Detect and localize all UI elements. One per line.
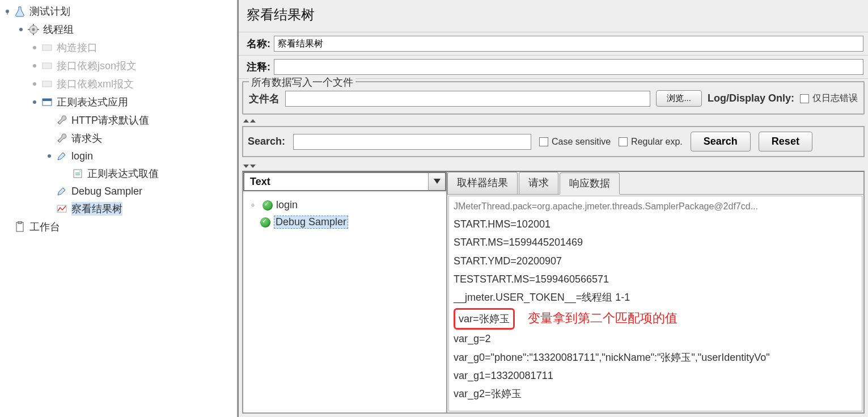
name-label: 名称:	[243, 37, 274, 50]
tree-label[interactable]: 正则表达式取值	[87, 167, 159, 180]
tree-headers[interactable]: 请求头	[0, 129, 237, 148]
success-icon	[260, 217, 270, 228]
svg-point-4	[32, 28, 35, 31]
svg-point-15	[33, 100, 36, 104]
svg-rect-24	[18, 221, 22, 224]
logdisplay-label: Log/Display Only:	[708, 92, 794, 104]
sample-item-debug[interactable]: Debug Sampler	[247, 213, 443, 231]
controller-icon	[41, 96, 53, 108]
tree-workbench[interactable]: 工作台	[0, 218, 237, 236]
combo-text: Text	[244, 176, 428, 188]
expand-handle-icon[interactable]	[2, 6, 12, 16]
tree-dep-xml[interactable]: 接口依赖xml报文	[0, 75, 237, 93]
sampler-disabled-icon	[41, 78, 53, 90]
tree-label[interactable]: Debug Sampler	[71, 186, 142, 197]
tree-dep-json[interactable]: 接口依赖json报文	[0, 57, 237, 75]
tree-label[interactable]: 构造接口	[57, 41, 98, 54]
expand-handle-icon[interactable]	[29, 97, 40, 107]
svg-marker-25	[434, 179, 441, 184]
checkbox-label: Regular exp.	[631, 137, 683, 147]
tree-label[interactable]: login	[71, 150, 93, 162]
chart-icon	[56, 203, 68, 215]
sample-item-login[interactable]: ◦ login	[247, 197, 443, 213]
annotation-text: 变量拿到第二个匹配项的值	[528, 311, 678, 325]
response-body[interactable]: JMeterThread.pack=org.apache.jmeter.thre…	[448, 196, 862, 411]
sample-label: Debug Sampler	[274, 216, 348, 229]
browse-button[interactable]: 浏览...	[656, 90, 702, 107]
sampler-disabled-icon	[41, 41, 53, 54]
filename-input[interactable]	[285, 91, 650, 107]
chevron-down-icon[interactable]	[428, 173, 445, 190]
expand-handle-icon[interactable]	[16, 24, 26, 35]
regular-exp-checkbox[interactable]: Regular exp.	[619, 137, 683, 147]
tree-label[interactable]: 接口依赖xml报文	[57, 77, 134, 91]
renderer-combo[interactable]: Text	[243, 172, 446, 191]
response-line: START.YMD=20200907	[454, 252, 857, 270]
tree-label[interactable]: 线程组	[43, 23, 74, 36]
expand-handle-icon[interactable]: ◦	[248, 200, 258, 210]
file-fieldset: 所有数据写入一个文件 文件名 浏览... Log/Display Only: 仅…	[242, 81, 865, 115]
expand-handle-icon[interactable]	[44, 151, 54, 161]
response-line: var_g0="phone":"13320081711","nickName":…	[454, 348, 857, 367]
flask-icon	[14, 5, 26, 18]
tree-label[interactable]: 测试计划	[29, 5, 70, 18]
results-tree-panel: Text ◦ login Debug Sampler	[243, 172, 447, 412]
tab-sampler-result[interactable]: 取样器结果	[447, 172, 518, 194]
clipboard-icon	[14, 221, 26, 233]
comment-label: 注释:	[243, 60, 274, 74]
collapse-handle-icon[interactable]	[29, 61, 40, 71]
tree-view-results[interactable]: 察看结果树	[0, 200, 237, 218]
sample-label: login	[276, 199, 298, 211]
tree-panel: 测试计划 线程组	[0, 0, 238, 417]
expand-up-icon[interactable]	[239, 118, 868, 124]
name-row: 名称:	[239, 32, 868, 56]
comment-input[interactable]	[274, 59, 863, 75]
gear-icon	[27, 23, 40, 36]
sampler-disabled-icon	[41, 60, 53, 72]
tree-label[interactable]: 请求头	[71, 132, 102, 145]
response-line: TESTSTART.MS=1599460566571	[454, 270, 857, 288]
tree-http-defaults[interactable]: HTTP请求默认值	[0, 111, 237, 129]
collapse-handle-icon[interactable]	[29, 79, 40, 89]
svg-point-2	[19, 28, 23, 31]
results-split: Text ◦ login Debug Sampler	[242, 171, 865, 414]
tab-response[interactable]: 响应数据	[560, 172, 620, 195]
tree-label[interactable]: 工作台	[29, 220, 60, 234]
response-line: __jmeter.USER_TOKEN__=线程组 1-1	[454, 288, 857, 306]
panel-title: 察看结果树	[239, 0, 868, 32]
response-line: START.HMS=102001	[454, 215, 857, 233]
svg-point-9	[33, 46, 36, 49]
file-label: 文件名	[249, 92, 280, 106]
tree-debug-sampler[interactable]: Debug Sampler	[0, 183, 237, 200]
svg-rect-14	[43, 81, 52, 87]
tree-test-plan[interactable]: 测试计划	[0, 2, 237, 20]
tab-request[interactable]: 请求	[519, 172, 558, 194]
name-input[interactable]	[274, 36, 863, 52]
case-sensitive-checkbox[interactable]: Case sensitive	[539, 137, 611, 147]
result-tabs: 取样器结果 请求 响应数据	[447, 172, 863, 195]
checkbox-icon	[800, 94, 809, 103]
search-label: Search:	[248, 136, 285, 148]
tree-label[interactable]: HTTP请求默认值	[71, 113, 149, 127]
tree-construct[interactable]: 构造接口	[0, 39, 237, 57]
tree-thread-group[interactable]: 线程组	[0, 20, 237, 39]
tree-regex-app[interactable]: 正则表达式应用	[0, 93, 237, 111]
log-errors-checkbox[interactable]: 仅日志错误	[800, 92, 858, 104]
svg-rect-10	[43, 45, 52, 50]
search-input[interactable]	[293, 134, 531, 150]
tree-label[interactable]: 接口依赖json报文	[57, 59, 137, 73]
response-line-highlighted: var=张婷玉 变量拿到第二个匹配项的值	[454, 307, 857, 330]
response-line: var_g=2	[454, 330, 857, 348]
expand-down-icon[interactable]	[239, 159, 868, 171]
tree-label[interactable]: 察看结果树	[71, 202, 122, 216]
search-button[interactable]: Search	[691, 132, 751, 151]
tree-label[interactable]: 正则表达式应用	[57, 95, 128, 109]
tree-regex-extract[interactable]: 正则表达式取值	[0, 165, 237, 183]
reset-button[interactable]: Reset	[759, 132, 812, 151]
wrench-icon	[56, 114, 68, 127]
wrench-icon	[56, 132, 68, 145]
checkbox-label: 仅日志错误	[812, 92, 858, 104]
tree-login[interactable]: login	[0, 148, 237, 165]
collapse-handle-icon[interactable]	[29, 43, 40, 53]
sample-tree: ◦ login Debug Sampler	[243, 192, 446, 412]
